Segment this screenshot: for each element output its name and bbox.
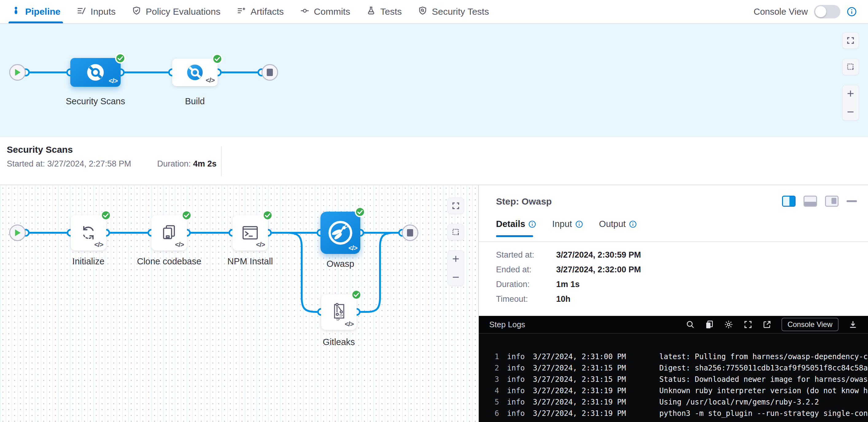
toggle-knob	[815, 6, 826, 17]
console-view-button[interactable]: Console View	[781, 318, 839, 331]
check-icon	[357, 210, 363, 215]
search-icon[interactable]	[686, 320, 695, 329]
tabs-divider	[479, 241, 868, 242]
step-node-clone-codebase[interactable]: </>	[151, 215, 187, 251]
step-panel-tabs: Details Input Output	[496, 219, 637, 237]
fullscreen-icon[interactable]	[743, 320, 753, 329]
detail-row: Started at: 3/27/2024, 2:30:59 PM	[496, 250, 641, 260]
code-glyph-icon: </>	[348, 244, 357, 252]
tab-label: Tests	[380, 6, 402, 17]
log-timestamp: 3/27/2024, 2:31:15 PM	[533, 375, 636, 384]
duration-label: Duration:	[157, 159, 191, 168]
line-number: 2	[479, 364, 499, 372]
download-icon[interactable]	[848, 320, 858, 329]
info-icon[interactable]	[629, 220, 637, 228]
zoom-out-icon[interactable]	[452, 273, 460, 281]
tab-tests[interactable]: Tests	[366, 0, 402, 23]
line-number: 1	[479, 352, 499, 361]
marquee-select-button[interactable]	[447, 224, 464, 240]
fullscreen-button[interactable]	[447, 197, 464, 214]
step-node-initialize[interactable]: </>	[71, 215, 106, 251]
layout-fill	[832, 198, 836, 204]
step-node-gitleaks[interactable]: </>	[321, 294, 356, 330]
line-number: 3	[479, 375, 499, 384]
tab-label: Inputs	[91, 6, 116, 17]
tab-commits[interactable]: Commits	[300, 0, 350, 23]
check-icon	[103, 213, 108, 218]
tab-label: Details	[496, 219, 525, 229]
step-label: Initialize	[58, 256, 119, 266]
code-glyph-icon: </>	[175, 241, 184, 249]
duration-value: 4m 2s	[193, 159, 217, 168]
check-icon	[265, 213, 270, 218]
layout-fill	[804, 202, 816, 206]
tab-label: Output	[599, 219, 626, 229]
log-timestamp: 3/27/2024, 2:31:15 PM	[533, 364, 636, 372]
stage-node-build[interactable]: </>	[172, 59, 218, 86]
log-timestamp: 3/27/2024, 2:31:00 PM	[533, 352, 636, 361]
tab-policy-evaluations[interactable]: Policy Evaluations	[132, 0, 220, 23]
tab-details[interactable]: Details	[496, 219, 536, 237]
code-glyph-icon: </>	[108, 77, 118, 85]
layout-fill	[789, 197, 795, 206]
stage-end-node	[261, 64, 278, 80]
log-line: 4 info 3/27/2024, 2:31:19 PM Unknown rub…	[479, 385, 868, 396]
step-start-node	[9, 225, 26, 241]
tab-label: Policy Evaluations	[146, 6, 220, 17]
zoom-out-icon[interactable]	[846, 108, 855, 116]
log-level: info	[507, 364, 530, 372]
flask-icon	[366, 6, 376, 18]
line-number: 6	[479, 409, 499, 418]
step-graph-canvas: </> </> </>	[0, 185, 478, 422]
pipeline-icon	[11, 6, 21, 18]
zoom-controls	[447, 250, 464, 286]
info-icon[interactable]	[846, 6, 857, 17]
success-badge	[101, 210, 111, 221]
tab-output[interactable]: Output	[599, 219, 637, 237]
stage-node-security-scans[interactable]: </>	[70, 58, 121, 87]
stage-canvas-controls	[842, 32, 859, 121]
log-line: 5 info 3/27/2024, 2:31:19 PM Using /usr/…	[479, 396, 868, 408]
minimize-panel-button[interactable]	[846, 200, 857, 202]
tab-input[interactable]: Input	[552, 219, 583, 237]
marquee-select-button[interactable]	[842, 59, 859, 75]
log-timestamp: 3/27/2024, 2:31:19 PM	[533, 398, 636, 407]
check-icon	[353, 293, 359, 297]
fullscreen-icon	[846, 36, 855, 45]
nav-tabs: Pipeline Inputs Policy Evaluations Artif…	[11, 0, 489, 23]
tab-artifacts[interactable]: Artifacts	[236, 0, 284, 23]
open-in-new-icon[interactable]	[763, 320, 772, 329]
step-label: Gitleaks	[308, 337, 370, 347]
step-panel-title: Step: Owasp	[496, 196, 552, 207]
step-node-npm-install[interactable]: </>	[232, 215, 268, 251]
settings-gear-icon[interactable]	[724, 320, 734, 329]
tab-security-tests[interactable]: Security Tests	[418, 0, 489, 23]
layout-right-panel-button[interactable]	[782, 196, 796, 207]
build-stage-icon	[185, 63, 205, 82]
copy-icon[interactable]	[705, 320, 714, 329]
layout-bottom-panel-button[interactable]	[804, 196, 817, 207]
check-icon	[215, 57, 220, 61]
zoom-in-icon[interactable]	[452, 255, 460, 263]
detail-value: 3/27/2024, 2:30:59 PM	[556, 250, 641, 260]
tab-inputs[interactable]: Inputs	[76, 0, 116, 23]
tab-pipeline[interactable]: Pipeline	[11, 0, 60, 23]
fullscreen-button[interactable]	[842, 32, 859, 49]
shield-check-icon	[132, 6, 142, 18]
info-icon[interactable]	[528, 220, 536, 228]
log-message: Using /usr/local/rvm/gems/ruby-3.2.2	[659, 398, 819, 407]
log-message: Unknown ruby interpreter version (do not…	[659, 386, 868, 395]
success-badge	[262, 210, 273, 221]
log-lines: 1 info 3/27/2024, 2:31:00 PM latest: Pul…	[479, 334, 868, 422]
step-logs-title: Step Logs	[489, 320, 525, 329]
pipeline-execution-page: Pipeline Inputs Policy Evaluations Artif…	[0, 0, 868, 422]
stage-connectors	[0, 24, 868, 137]
console-view-toggle[interactable]	[814, 5, 840, 19]
tab-label: Input	[552, 219, 572, 229]
info-icon[interactable]	[575, 220, 583, 228]
zoom-in-icon[interactable]	[846, 90, 855, 98]
detail-label: Timeout:	[496, 294, 556, 304]
stage-started: Started at: 3/27/2024, 2:27:58 PM	[7, 159, 131, 169]
step-node-owasp[interactable]: </>	[320, 212, 360, 254]
layout-floating-panel-button[interactable]	[825, 196, 839, 207]
